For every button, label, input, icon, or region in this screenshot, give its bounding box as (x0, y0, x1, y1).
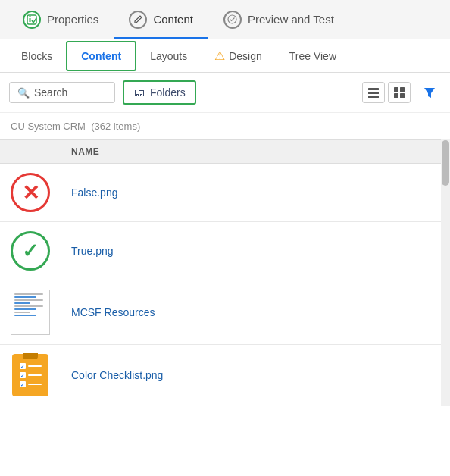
doc-line (14, 315, 36, 316)
checklist-text (28, 374, 42, 376)
false-icon: ✕ (11, 173, 50, 212)
content-tab-icon (129, 11, 147, 29)
view-icons (362, 82, 411, 103)
doc-line (14, 293, 43, 295)
tab-preview-label: Preview and Test (248, 13, 334, 26)
checklist-line: ✓ (20, 363, 42, 369)
svg-rect-7 (368, 96, 379, 98)
file-name: Color Checklist.png (71, 369, 163, 381)
tab-properties-label: Properties (47, 13, 98, 26)
table-row[interactable]: MCSF Resources (0, 280, 450, 345)
file-name: False.png (71, 186, 117, 199)
file-name-cell: MCSF Resources (61, 280, 450, 345)
filter-button[interactable] (418, 82, 441, 103)
properties-tab-icon (23, 11, 41, 29)
list-view-button[interactable] (362, 82, 385, 103)
warning-icon: ⚠ (214, 49, 225, 63)
file-list: ✕ False.png ✓ True.png (0, 164, 450, 406)
svg-rect-5 (368, 88, 379, 90)
checklist-text (28, 384, 42, 385)
checklist-line: ✓ (20, 381, 42, 387)
tab-design-label: Design (229, 50, 262, 62)
svg-rect-8 (394, 87, 398, 92)
file-icon-cell: ✕ (0, 164, 61, 222)
tab-blocks[interactable]: Blocks (8, 42, 66, 70)
toolbar: 🔍 Search 🗂 Folders (0, 73, 450, 113)
tab-treeview[interactable]: Tree View (276, 42, 350, 70)
col-name: NAME (61, 140, 450, 164)
doc-line (14, 302, 30, 304)
tab-preview[interactable]: Preview and Test (208, 0, 349, 39)
svg-point-4 (228, 15, 236, 23)
second-tab-bar: Blocks Content Layouts ⚠ Design Tree Vie… (0, 39, 450, 73)
search-input-label: Search (34, 86, 67, 99)
svg-marker-12 (424, 88, 435, 98)
doc-line (14, 312, 30, 313)
search-icon: 🔍 (17, 87, 30, 99)
svg-rect-11 (400, 93, 405, 98)
tab-content-secondary[interactable]: Content (66, 41, 136, 71)
folders-button-label: Folders (150, 86, 186, 99)
table-header: NAME (0, 140, 450, 164)
file-icon-cell: ✓ ✓ ✓ (0, 345, 61, 406)
tab-blocks-label: Blocks (21, 50, 52, 62)
folder-name: CU System CRM (11, 121, 86, 132)
file-icon-cell: ✓ (0, 222, 61, 280)
doc-line (14, 308, 36, 310)
folder-item-count: (362 items) (91, 121, 140, 132)
checklist-box: ✓ (20, 381, 26, 387)
tab-properties[interactable]: Properties (8, 0, 114, 39)
grid-view-button[interactable] (388, 82, 411, 103)
tab-content-secondary-label: Content (81, 50, 121, 62)
file-table: NAME ✕ False.png ✓ True.png (0, 139, 450, 406)
search-box[interactable]: 🔍 Search (9, 82, 115, 103)
file-name-cell: False.png (61, 164, 450, 222)
folder-icon: 🗂 (133, 86, 145, 99)
checklist-icon: ✓ ✓ ✓ (12, 354, 48, 396)
checklist-text (28, 365, 42, 367)
table-row[interactable]: ✓ ✓ ✓ Color Checklist.p (0, 345, 450, 406)
scrollbar[interactable] (441, 139, 450, 406)
checklist-box: ✓ (20, 372, 26, 378)
checklist-line: ✓ (20, 372, 42, 378)
table-row[interactable]: ✓ True.png (0, 222, 450, 280)
checklist-box: ✓ (20, 363, 26, 369)
col-icon (0, 140, 61, 164)
checklist-clip (23, 353, 38, 359)
tab-design[interactable]: ⚠ Design (201, 41, 276, 70)
file-icon-cell (0, 280, 61, 345)
true-icon: ✓ (11, 231, 50, 271)
file-table-wrapper: NAME ✕ False.png ✓ True.png (0, 139, 450, 406)
file-name: MCSF Resources (71, 306, 155, 318)
folder-header: CU System CRM (362 items) (0, 113, 450, 139)
document-icon (11, 290, 50, 335)
table-row[interactable]: ✕ False.png (0, 164, 450, 222)
tab-content-label: Content (153, 13, 193, 26)
file-name-cell: True.png (61, 222, 450, 280)
scrollbar-thumb[interactable] (442, 140, 449, 186)
top-tab-bar: Properties Content Preview and Test (0, 0, 450, 39)
tab-treeview-label: Tree View (289, 50, 336, 62)
doc-line (14, 296, 36, 298)
file-name-cell: Color Checklist.png (61, 345, 450, 406)
tab-content[interactable]: Content (114, 0, 208, 39)
svg-rect-10 (394, 93, 398, 98)
tab-layouts-label: Layouts (150, 50, 187, 62)
folders-button[interactable]: 🗂 Folders (123, 80, 196, 105)
tab-layouts[interactable]: Layouts (136, 42, 201, 70)
doc-line (14, 299, 43, 301)
preview-tab-icon (223, 11, 242, 29)
file-name: True.png (71, 245, 114, 257)
svg-rect-9 (400, 87, 405, 92)
svg-rect-6 (368, 92, 379, 94)
doc-line (14, 305, 43, 307)
